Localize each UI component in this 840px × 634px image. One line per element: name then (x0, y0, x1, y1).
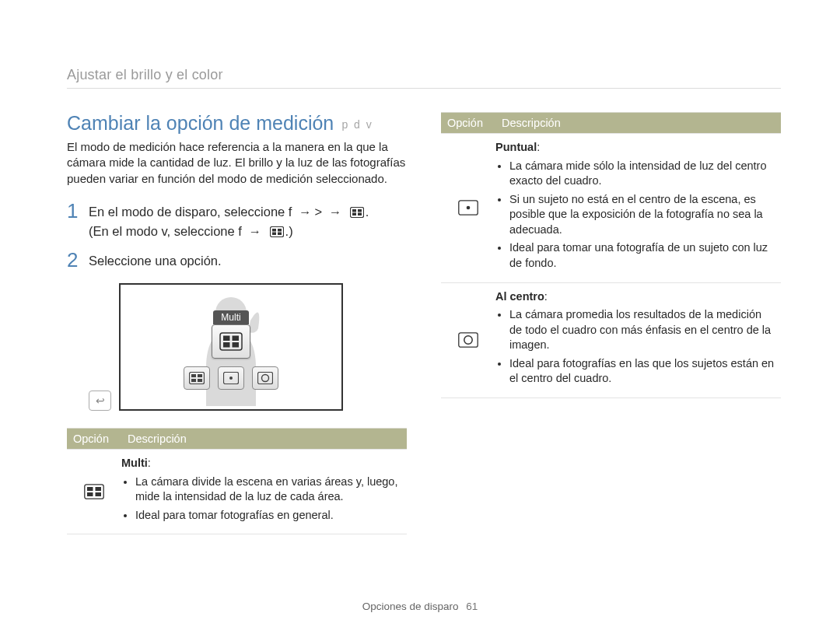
chevron-right-icon: > (315, 205, 323, 219)
svg-rect-19 (191, 379, 196, 382)
svg-rect-17 (191, 374, 196, 377)
list-item: La cámara promedia los resultados de la … (509, 307, 775, 353)
options-table-left: Opción Descripción Multi: La cámara divi… (67, 428, 407, 534)
step-text: En el modo (93, 224, 162, 238)
svg-point-24 (262, 375, 269, 382)
list-item: Ideal para fotografías en las que los su… (509, 356, 775, 387)
svg-rect-9 (278, 232, 282, 235)
back-arrow-icon: ↩ (96, 394, 105, 407)
svg-rect-0 (350, 207, 363, 217)
step-2: 2 Seleccione una opción. (67, 251, 407, 271)
metering-selected-label: Multi (213, 310, 248, 324)
two-column-layout: Cambiar la opción de medición p d v El m… (67, 112, 781, 534)
svg-rect-26 (87, 487, 93, 491)
arrow-icon: → (329, 205, 342, 219)
colon: : (544, 290, 548, 303)
option-title: Al centro (495, 290, 544, 303)
option-bullets: La cámara mide sólo la intensidad de luz… (495, 159, 775, 271)
table-row-puntual: Puntual: La cámara mide sólo la intensid… (441, 133, 781, 282)
step-text: . (366, 205, 369, 219)
table-cell-description: Al centro: La cámara promedia los result… (495, 283, 781, 398)
step-text: .) (285, 224, 293, 238)
svg-point-33 (464, 336, 472, 344)
svg-rect-6 (272, 229, 276, 232)
breadcrumb: Ajustar el brillo y el color (67, 67, 781, 89)
arrow-icon: → (299, 205, 312, 219)
svg-rect-7 (278, 229, 282, 232)
device-screenshot-row: ↩ Multi (89, 283, 407, 411)
table-header-description: Descripción (121, 429, 407, 449)
svg-point-22 (229, 377, 233, 380)
option-title: Puntual (495, 141, 537, 153)
svg-point-31 (467, 206, 471, 210)
list-item: Ideal para tomar fotografías en general. (135, 508, 401, 524)
svg-rect-13 (233, 336, 240, 342)
footer-section: Opciones de disparo (362, 601, 459, 612)
svg-rect-14 (223, 342, 230, 348)
colon: : (537, 141, 540, 153)
step-text: En el modo de disparo, seleccione (89, 205, 289, 219)
table-header: Opción Descripción (67, 429, 407, 449)
list-item: Ideal para tomar una fotografía de un su… (509, 240, 775, 271)
table-header-option: Opción (441, 113, 495, 133)
svg-rect-23 (258, 373, 273, 384)
table-row-multi: Multi: La cámara divide la escena en var… (67, 449, 407, 534)
svg-rect-18 (198, 374, 202, 377)
metering-center-icon (441, 283, 495, 398)
left-column: Cambiar la opción de medición p d v El m… (67, 112, 407, 534)
table-header: Opción Descripción (441, 113, 781, 133)
svg-rect-16 (190, 373, 205, 384)
intro-paragraph: El modo de medición hace referencia a la… (67, 139, 407, 187)
heading-mode-tags: p d v (341, 118, 373, 131)
table-row-alcentro: Al centro: La cámara promedia los result… (441, 282, 781, 398)
svg-rect-12 (223, 336, 230, 342)
metering-multi-icon (350, 207, 364, 218)
svg-rect-32 (459, 333, 478, 347)
steps-list: 1 En el modo de disparo, seleccione f →>… (67, 202, 407, 271)
step-number: 2 (67, 250, 89, 271)
page-footer: Opciones de disparo 61 (0, 601, 840, 612)
svg-rect-28 (87, 492, 93, 496)
table-cell-description: Multi: La cámara divide la escena en var… (121, 450, 407, 534)
mode-letter-f: f (238, 224, 242, 238)
table-header-description: Descripción (495, 113, 781, 133)
arrow-icon: → (249, 224, 262, 238)
svg-rect-29 (96, 492, 102, 496)
svg-rect-4 (358, 212, 362, 215)
option-bullets: La cámara divide la escena en varias áre… (121, 475, 401, 524)
svg-rect-15 (233, 342, 240, 348)
list-item: La cámara mide sólo la intensidad de luz… (509, 159, 775, 189)
svg-rect-25 (85, 485, 103, 499)
page-number: 61 (466, 601, 478, 612)
list-item: La cámara divide la escena en varias áre… (135, 475, 401, 505)
metering-multi-large-icon[interactable] (212, 324, 250, 359)
svg-rect-1 (352, 209, 356, 212)
device-screen: Multi (119, 283, 343, 411)
table-header-option: Opción (67, 429, 121, 449)
right-column: Opción Descripción Puntual: La cámara mi… (441, 112, 781, 534)
step-body: En el modo de disparo, seleccione f →> →… (89, 202, 369, 241)
step-body: Seleccione una opción. (89, 251, 222, 271)
table-cell-description: Puntual: La cámara mide sólo la intensid… (495, 134, 781, 282)
option-bullets: La cámara promedia los resultados de la … (495, 307, 775, 387)
svg-rect-3 (352, 212, 356, 215)
options-table-right: Opción Descripción Puntual: La cámara mi… (441, 112, 781, 398)
metering-spot-icon (441, 134, 495, 282)
svg-rect-5 (270, 226, 283, 236)
metering-spot-small-icon[interactable] (218, 366, 244, 390)
svg-rect-27 (96, 487, 102, 491)
mode-letter-f: f (289, 205, 292, 219)
step-number: 1 (67, 201, 89, 241)
metering-multi-icon (270, 226, 284, 237)
svg-rect-20 (198, 379, 202, 382)
page-heading: Cambiar la opción de medición (67, 112, 334, 135)
metering-center-small-icon[interactable] (252, 366, 278, 390)
back-button[interactable]: ↩ (89, 391, 111, 411)
page: Ajustar el brillo y el color Cambiar la … (0, 0, 840, 634)
metering-option-icons (184, 366, 278, 390)
svg-rect-2 (358, 209, 362, 212)
metering-multi-small-icon[interactable] (184, 366, 210, 390)
mode-letter-v: v (162, 224, 167, 238)
step-1: 1 En el modo de disparo, seleccione f →>… (67, 202, 407, 241)
metering-multi-icon (67, 450, 121, 534)
